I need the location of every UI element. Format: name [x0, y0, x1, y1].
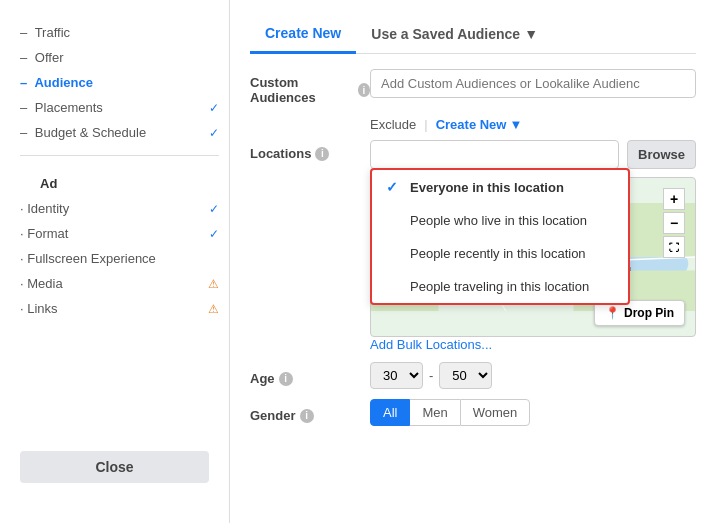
- zoom-in-button[interactable]: +: [663, 188, 685, 210]
- sidebar-item-identity[interactable]: · Identity ✓: [20, 196, 219, 221]
- custom-audiences-label: Custom Audiences i: [250, 69, 370, 105]
- dropdown-item-recently[interactable]: People recently in this location: [372, 237, 628, 270]
- fullscreen-button[interactable]: ⛶: [663, 236, 685, 258]
- check-icon: ✓: [209, 101, 219, 115]
- dropdown-item-label: People recently in this location: [410, 246, 586, 261]
- tab-saved-label: Use a Saved Audience: [371, 26, 520, 42]
- dropdown-item-label: People traveling in this location: [410, 279, 589, 294]
- gender-men-button[interactable]: Men: [410, 399, 459, 426]
- dropdown-item-live[interactable]: People who live in this location: [372, 204, 628, 237]
- sidebar-item-placements[interactable]: – Placements ✓: [20, 95, 219, 120]
- gender-women-button[interactable]: Women: [460, 399, 531, 426]
- chevron-down-icon: ▼: [509, 117, 522, 132]
- chevron-down-icon: ▼: [524, 26, 538, 42]
- pin-icon: 📍: [605, 306, 620, 320]
- sidebar-item-label: – Traffic: [20, 25, 70, 40]
- sidebar-item-audience[interactable]: – Audience: [20, 70, 219, 95]
- location-row: Locations i ✓ Everyone in this location …: [250, 140, 696, 169]
- warn-icon: ⚠: [208, 302, 219, 316]
- sidebar-item-budget[interactable]: – Budget & Schedule ✓: [20, 120, 219, 145]
- sidebar-item-label: · Media: [20, 276, 63, 291]
- gender-button-group: All Men Women: [370, 399, 530, 426]
- location-label: Locations i: [250, 140, 370, 161]
- gender-row: Gender i All Men Women: [250, 399, 696, 426]
- sidebar-item-media[interactable]: · Media ⚠: [20, 271, 219, 296]
- ad-section-label: Ad: [20, 166, 219, 196]
- info-icon[interactable]: i: [358, 83, 370, 97]
- location-input-wrap: ✓ Everyone in this location People who l…: [370, 140, 619, 169]
- age-dash: -: [429, 368, 433, 383]
- warn-icon: ⚠: [208, 277, 219, 291]
- dropdown-item-label: Everyone in this location: [410, 180, 564, 195]
- dropdown-item-everyone[interactable]: ✓ Everyone in this location: [372, 170, 628, 204]
- gender-label: Gender i: [250, 402, 370, 423]
- zoom-out-button[interactable]: −: [663, 212, 685, 234]
- sidebar-nav: – Traffic – Offer – Audience – Placement…: [0, 20, 229, 341]
- sidebar-item-traffic[interactable]: – Traffic: [20, 20, 219, 45]
- sidebar-item-links[interactable]: · Links ⚠: [20, 296, 219, 321]
- browse-button[interactable]: Browse: [627, 140, 696, 169]
- info-icon[interactable]: i: [300, 409, 314, 423]
- sidebar-item-fullscreen[interactable]: · Fullscreen Experience: [20, 246, 219, 271]
- check-icon: ✓: [209, 202, 219, 216]
- dropdown-item-label: People who live in this location: [410, 213, 587, 228]
- check-icon: ✓: [209, 227, 219, 241]
- sidebar-item-label: · Format: [20, 226, 68, 241]
- tab-create-new[interactable]: Create New: [250, 15, 356, 54]
- check-icon: ✓: [209, 126, 219, 140]
- drop-pin-label: Drop Pin: [624, 306, 674, 320]
- tab-use-saved[interactable]: Use a Saved Audience ▼: [356, 16, 553, 52]
- location-dropdown: ✓ Everyone in this location People who l…: [370, 168, 630, 305]
- sidebar-item-offer[interactable]: – Offer: [20, 45, 219, 70]
- age-row: Age i 30 - 50: [250, 362, 696, 389]
- create-new-button[interactable]: Create New ▼: [436, 117, 523, 132]
- close-button[interactable]: Close: [20, 451, 209, 483]
- custom-audiences-input[interactable]: [370, 69, 696, 98]
- dropdown-item-traveling[interactable]: People traveling in this location: [372, 270, 628, 303]
- sidebar-item-format[interactable]: · Format ✓: [20, 221, 219, 246]
- sidebar-item-label: – Placements: [20, 100, 103, 115]
- sidebar-divider: [20, 155, 219, 156]
- main-content: Create New Use a Saved Audience ▼ Custom…: [230, 0, 716, 523]
- custom-audiences-row: Custom Audiences i: [250, 69, 696, 105]
- sidebar: – Traffic – Offer – Audience – Placement…: [0, 0, 230, 523]
- age-to-select[interactable]: 50: [439, 362, 492, 389]
- gender-all-button[interactable]: All: [370, 399, 410, 426]
- check-icon: ✓: [386, 179, 402, 195]
- exclude-link[interactable]: Exclude: [370, 117, 416, 132]
- sidebar-item-label: – Offer: [20, 50, 64, 65]
- info-icon[interactable]: i: [279, 372, 293, 386]
- exclude-row: Exclude | Create New ▼: [370, 117, 696, 132]
- sidebar-item-label: · Links: [20, 301, 58, 316]
- custom-audiences-field: [370, 69, 696, 98]
- sidebar-item-label: – Audience: [20, 75, 93, 90]
- sidebar-item-label: · Identity: [20, 201, 69, 216]
- tabs: Create New Use a Saved Audience ▼: [250, 15, 696, 54]
- bulk-locations-link[interactable]: Add Bulk Locations...: [370, 337, 696, 352]
- sidebar-item-label: – Budget & Schedule: [20, 125, 146, 140]
- age-label: Age i: [250, 365, 370, 386]
- sidebar-item-label: · Fullscreen Experience: [20, 251, 156, 266]
- info-icon[interactable]: i: [315, 147, 329, 161]
- map-controls: + − ⛶: [663, 188, 685, 258]
- pipe-divider: |: [424, 117, 427, 132]
- age-from-select[interactable]: 30: [370, 362, 423, 389]
- location-input[interactable]: [370, 140, 619, 169]
